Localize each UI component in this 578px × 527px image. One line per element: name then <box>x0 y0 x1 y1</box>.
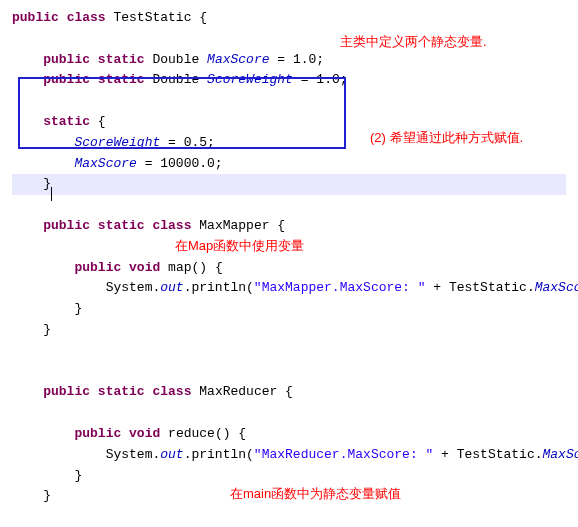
kw-public: public <box>12 10 59 25</box>
sysout: System. <box>106 280 161 295</box>
fn-reduce: reduce() { <box>168 426 246 441</box>
kw-void: void <box>129 260 160 275</box>
brace-close: } <box>43 488 51 503</box>
kw-public: public <box>43 218 90 233</box>
brace-close: } <box>74 301 82 316</box>
fn-map: map() { <box>168 260 223 275</box>
current-line: } <box>12 174 566 195</box>
class-name: MaxReducer { <box>199 384 293 399</box>
class-name: TestStatic { <box>113 10 207 25</box>
kw-public: public <box>74 260 121 275</box>
field-maxscore: MaxScore <box>535 280 578 295</box>
println: .println( <box>184 280 254 295</box>
eq: = 10000.0; <box>137 156 223 171</box>
kw-public: public <box>43 52 90 67</box>
annotation-top: 主类中定义两个静态变量. <box>340 32 487 53</box>
brace-close: } <box>43 176 51 191</box>
type: Double <box>152 72 199 87</box>
eq: = 1.0; <box>270 52 325 67</box>
plus: + TestStatic. <box>426 280 535 295</box>
kw-class: class <box>152 218 191 233</box>
class-name: MaxMapper { <box>199 218 285 233</box>
code-editor[interactable]: public class TestStatic { public static … <box>12 8 566 527</box>
kw-static: static <box>98 384 145 399</box>
type: Double <box>152 52 199 67</box>
brace-close: } <box>43 322 51 337</box>
field-scoreweight: ScoreWeight <box>74 135 160 150</box>
brace-close: } <box>74 468 82 483</box>
kw-void: void <box>129 426 160 441</box>
eq: = 0.5; <box>160 135 215 150</box>
string-literal: "MaxMapper.MaxScore: " <box>254 280 426 295</box>
string-literal: "MaxReducer.MaxScore: " <box>254 447 433 462</box>
kw-public: public <box>43 384 90 399</box>
annotation-box: (2) 希望通过此种方式赋值. <box>370 128 523 149</box>
field-scoreweight: ScoreWeight <box>207 72 293 87</box>
out-field: out <box>160 447 183 462</box>
plus: + TestStatic. <box>433 447 542 462</box>
eq: = 1.0; <box>293 72 348 87</box>
kw-static: static <box>98 52 145 67</box>
kw-static: static <box>98 218 145 233</box>
kw-static: static <box>43 114 90 129</box>
field-maxscore: MaxScore <box>207 52 269 67</box>
out-field: out <box>160 280 183 295</box>
kw-class: class <box>67 10 106 25</box>
kw-static: static <box>98 72 145 87</box>
kw-public: public <box>43 72 90 87</box>
annotation-main: 在main函数中为静态变量赋值 <box>230 484 401 505</box>
field-maxscore: MaxScore <box>543 447 578 462</box>
kw-class: class <box>152 384 191 399</box>
field-maxscore: MaxScore <box>74 156 136 171</box>
kw-public: public <box>74 426 121 441</box>
brace: { <box>90 114 106 129</box>
println: .println( <box>184 447 254 462</box>
sysout: System. <box>106 447 161 462</box>
annotation-map: 在Map函数中使用变量 <box>175 236 304 257</box>
